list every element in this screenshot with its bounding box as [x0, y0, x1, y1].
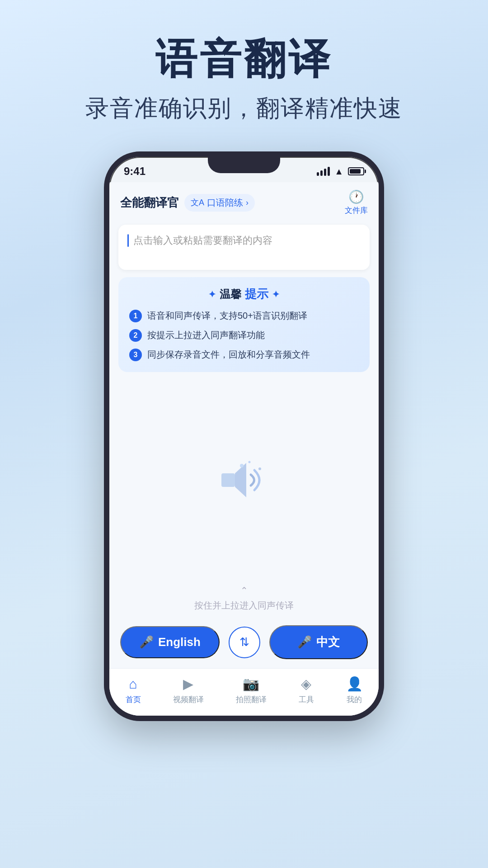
input-placeholder: 点击输入或粘贴需要翻译的内容	[127, 234, 361, 247]
translate-icon: 文A	[191, 197, 204, 208]
oral-practice-badge[interactable]: 文A 口语陪练 ›	[184, 194, 255, 212]
tip-number-3: 3	[129, 349, 142, 361]
header-left: 全能翻译官 文A 口语陪练 ›	[120, 194, 255, 212]
app-name: 全能翻译官	[120, 195, 179, 211]
nav-item-home[interactable]: ⌂ 首页	[126, 676, 141, 705]
tips-title: ✦ 温馨 提示 ✦	[129, 286, 359, 302]
svg-point-3	[258, 467, 261, 470]
app-content: 全能翻译官 文A 口语陪练 › 🕐 文件库 点击输入或粘贴需要翻译的内容	[109, 182, 379, 716]
status-time: 9:41	[124, 165, 145, 178]
chevron-right-icon: ›	[246, 198, 249, 208]
pull-hint: ⌃ 按住并上拉进入同声传译	[109, 580, 379, 620]
tips-title-prefix: 温馨	[220, 287, 241, 302]
bottom-buttons: 🎤 English ⇅ 🎤 中文	[109, 620, 379, 668]
svg-rect-0	[221, 473, 235, 487]
nav-label-home: 首页	[126, 694, 141, 705]
svg-point-4	[249, 461, 251, 463]
chinese-label: 中文	[316, 634, 340, 650]
svg-point-2	[240, 464, 244, 467]
mic-icon-english: 🎤	[139, 635, 154, 649]
tip-number-1: 1	[129, 310, 142, 322]
battery-icon	[348, 167, 364, 175]
nav-label-video: 视频翻译	[173, 694, 204, 705]
camera-icon: 📷	[243, 676, 259, 692]
bottom-nav: ⌂ 首页 ▶ 视频翻译 📷 拍照翻译 ◈ 工具 👤 我的	[109, 668, 379, 716]
nav-item-profile[interactable]: 👤 我的	[346, 676, 363, 705]
notch	[208, 157, 280, 173]
signal-bar-4	[328, 167, 330, 176]
input-area[interactable]: 点击输入或粘贴需要翻译的内容	[118, 225, 370, 270]
tips-list: 1 语音和同声传译，支持50+语言识别翻译 2 按提示上拉进入同声翻译功能 3 …	[129, 309, 359, 361]
star-icon-right: ✦	[272, 289, 280, 300]
mic-icon-chinese: 🎤	[297, 635, 312, 649]
status-icons: ▲	[317, 166, 364, 177]
swap-icon: ⇅	[239, 635, 249, 649]
nav-label-tools: 工具	[299, 694, 314, 705]
signal-bar-2	[320, 170, 323, 176]
english-label: English	[158, 635, 201, 649]
star-icon-left: ✦	[208, 289, 216, 300]
pull-text: 按住并上拉进入同声传译	[194, 599, 294, 612]
history-icon: 🕐	[348, 189, 364, 204]
signal-bar-1	[317, 172, 319, 176]
wifi-icon: ▲	[334, 166, 343, 177]
battery-fill	[350, 169, 361, 174]
sub-title: 录音准确识别，翻译精准快速	[85, 93, 403, 124]
chinese-button[interactable]: 🎤 中文	[269, 625, 368, 659]
nav-label-profile: 我的	[347, 694, 362, 705]
nav-item-tools[interactable]: ◈ 工具	[299, 676, 314, 705]
promo-section: 语音翻译 录音准确识别，翻译精准快速	[58, 36, 430, 124]
app-header: 全能翻译官 文A 口语陪练 › 🕐 文件库	[109, 182, 379, 221]
speaker-icon	[217, 458, 271, 503]
english-button[interactable]: 🎤 English	[120, 626, 220, 658]
nav-item-photo[interactable]: 📷 拍照翻译	[236, 676, 267, 705]
video-icon: ▶	[183, 676, 193, 692]
volume-up-button	[104, 256, 106, 283]
signal-bar-3	[324, 169, 326, 176]
power-button	[382, 274, 384, 320]
volume-down-button	[104, 292, 106, 320]
pull-arrow-icon: ⌃	[240, 585, 248, 596]
cursor-bar	[127, 234, 129, 247]
tools-icon: ◈	[301, 676, 311, 692]
profile-icon: 👤	[346, 676, 363, 692]
tip-text-1: 语音和同声传译，支持50+语言识别翻译	[147, 309, 307, 322]
home-icon: ⌂	[129, 676, 137, 692]
svg-marker-1	[235, 463, 246, 497]
main-title: 语音翻译	[85, 36, 403, 82]
tips-title-highlight: 提示	[245, 286, 268, 302]
file-library-text: 文件库	[345, 205, 368, 216]
tip-item-1: 1 语音和同声传译，支持50+语言识别翻译	[129, 309, 359, 322]
header-right[interactable]: 🕐 文件库	[345, 189, 368, 216]
phone-mockup: 9:41 ▲ 全能翻译官 文	[104, 151, 384, 721]
tip-item-2: 2 按提示上拉进入同声翻译功能	[129, 329, 359, 342]
phone-body: 9:41 ▲ 全能翻译官 文	[104, 151, 384, 721]
nav-label-photo: 拍照翻译	[236, 694, 267, 705]
tip-number-2: 2	[129, 329, 142, 342]
tip-item-3: 3 同步保存录音文件，回放和分享音频文件	[129, 348, 359, 361]
oral-practice-text: 口语陪练	[207, 197, 243, 209]
tip-text-3: 同步保存录音文件，回放和分享音频文件	[147, 348, 310, 361]
speaker-area	[109, 379, 379, 580]
tip-text-2: 按提示上拉进入同声翻译功能	[147, 329, 265, 341]
nav-item-video[interactable]: ▶ 视频翻译	[173, 676, 204, 705]
signal-icon	[317, 167, 330, 176]
tips-card: ✦ 温馨 提示 ✦ 1 语音和同声传译，支持50+语言识别翻译 2 按提示上拉进…	[118, 277, 370, 372]
placeholder-text: 点击输入或粘贴需要翻译的内容	[133, 234, 272, 247]
swap-button[interactable]: ⇅	[229, 627, 260, 658]
